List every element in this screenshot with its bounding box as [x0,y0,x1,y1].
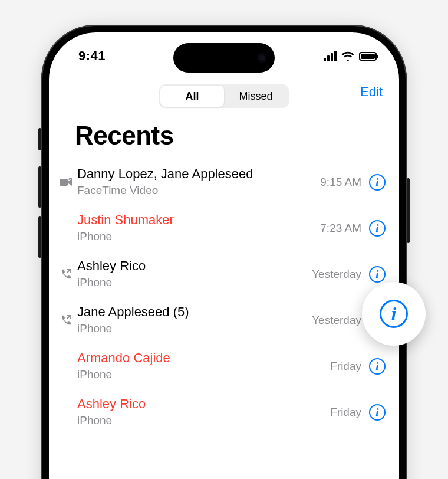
status-time: 9:41 [78,48,106,64]
phone-outgoing-icon [60,314,72,326]
call-time: 9:15 AM [315,176,368,189]
call-row[interactable]: Ashley Rico iPhone Yesterday i [49,251,399,297]
screen: 9:41 All Missed Edit Recents [49,32,399,479]
phone-frame: 9:41 All Missed Edit Recents [41,25,407,479]
info-icon[interactable]: i [369,358,386,375]
info-icon[interactable]: i [369,266,386,283]
tab-missed[interactable]: Missed [224,86,288,107]
call-row[interactable]: Danny Lopez, Jane Appleseed FaceTime Vid… [49,159,399,205]
call-time: Yesterday [307,268,368,281]
call-name: Ashley Rico [77,258,307,274]
call-subtitle: FaceTime Video [77,183,315,198]
call-row[interactable]: Jane Appleseed (5) iPhone Yesterday i [49,297,399,343]
info-icon[interactable]: i [369,220,386,237]
svg-rect-0 [60,179,68,186]
info-icon[interactable]: i [380,300,408,328]
info-icon[interactable]: i [369,404,386,421]
volume-down-button[interactable] [38,216,41,258]
phone-outgoing-icon [60,268,72,280]
call-name: Danny Lopez, Jane Appleseed [77,166,315,182]
battery-icon [359,52,377,61]
call-subtitle: iPhone [77,414,325,428]
call-name: Armando Cajide [77,350,325,366]
call-row[interactable]: Armando Cajide iPhone Friday i [49,343,399,389]
front-camera-icon [257,53,266,63]
call-row[interactable]: Ashley Rico iPhone Friday i [49,389,399,435]
dynamic-island [173,43,275,73]
call-row[interactable]: Justin Shumaker iPhone 7:23 AM i [49,205,399,251]
tab-all[interactable]: All [160,86,224,107]
volume-up-button[interactable] [38,166,41,208]
call-name: Ashley Rico [77,396,325,412]
info-icon[interactable]: i [369,174,386,191]
page-title: Recents [49,113,399,159]
wifi-icon [341,51,354,61]
call-subtitle: iPhone [77,368,325,382]
power-button[interactable] [407,178,410,243]
cellular-signal-icon [324,51,337,61]
call-name: Justin Shumaker [77,212,315,228]
call-time: Friday [325,360,368,373]
call-subtitle: iPhone [77,275,307,290]
call-time: 7:23 AM [315,222,368,235]
edit-button[interactable]: Edit [360,84,383,100]
nav-header: All Missed Edit [49,80,399,113]
call-subtitle: iPhone [77,321,307,336]
silence-switch[interactable] [38,128,41,150]
info-icon-callout: i [362,282,426,346]
segmented-control[interactable]: All Missed [159,84,289,108]
video-outgoing-icon [60,178,73,187]
call-name: Jane Appleseed (5) [77,304,307,320]
call-time: Yesterday [307,314,368,327]
call-time: Friday [325,406,368,419]
call-subtitle: iPhone [77,229,315,244]
recents-list[interactable]: Danny Lopez, Jane Appleseed FaceTime Vid… [49,159,399,435]
